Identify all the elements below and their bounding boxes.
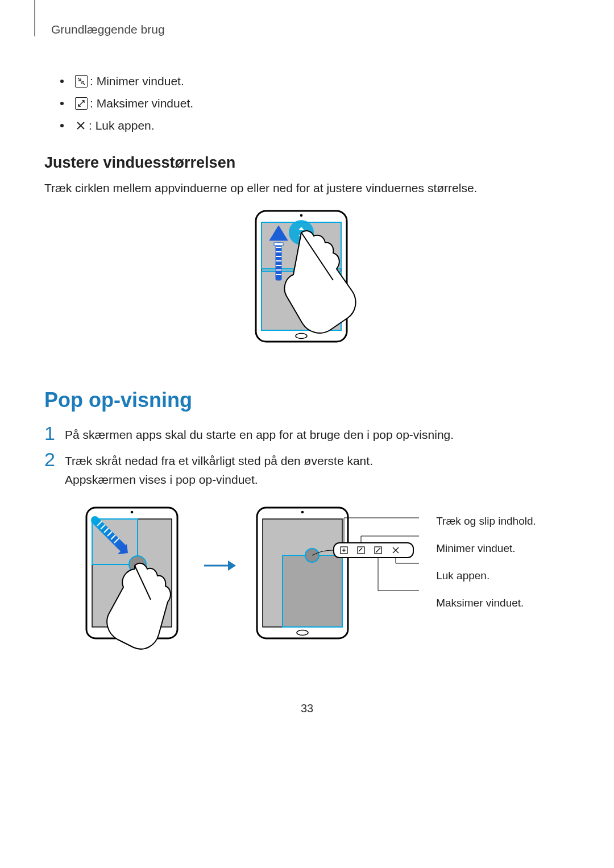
maximize-icon: [75, 97, 88, 110]
bullet-text: : Maksimer vinduet.: [90, 93, 193, 115]
adjust-size-paragraph: Træk cirklen mellem appvinduerne op elle…: [44, 180, 570, 196]
tablet-popup-result: [248, 503, 425, 651]
callout-drag-drop: Træk og slip indhold.: [436, 508, 536, 535]
heading-pop-up-view: Pop op-visning: [44, 388, 570, 412]
page-number: 33: [44, 702, 570, 715]
bullet-dot: [60, 124, 64, 127]
close-icon: [75, 120, 86, 131]
callout-labels: Træk og slip indhold. Minimer vinduet. L…: [436, 503, 536, 617]
callout-minimize: Minimer vinduet.: [436, 535, 536, 562]
side-rule: [34, 0, 35, 36]
svg-rect-35: [283, 555, 342, 627]
step-number: 1: [44, 423, 65, 445]
step-number: 2: [44, 450, 65, 489]
bullet-close: : Luk appen.: [60, 115, 570, 137]
bullet-text: : Luk appen.: [89, 115, 155, 137]
bullet-maximize: : Maksimer vinduet.: [60, 93, 570, 115]
svg-rect-9: [274, 243, 283, 246]
running-header: Grundlæggende brug: [44, 23, 570, 36]
minimize-icon: [75, 75, 88, 88]
step-1: 1 På skærmen apps skal du starte en app …: [44, 426, 570, 445]
bullet-minimize: : Minimer vinduet.: [60, 70, 570, 93]
bullet-text: : Minimer vinduet.: [90, 70, 184, 93]
arrow-right-icon: [203, 557, 237, 574]
figure-pop-up-view: Træk og slip indhold. Minimer vinduet. L…: [44, 503, 570, 668]
bullet-dot: [60, 102, 64, 105]
callout-close: Luk appen.: [436, 562, 536, 589]
step-text: På skærmen apps skal du starte en app fo…: [65, 426, 454, 445]
tablet-drag-gesture: [78, 503, 192, 668]
svg-point-19: [131, 510, 134, 513]
figure-resize-window: [44, 206, 570, 366]
callout-maximize: Maksimer vinduet.: [436, 589, 536, 617]
svg-point-2: [300, 214, 303, 217]
bullet-dot: [60, 80, 64, 83]
subheading-adjust-window-size: Justere vinduesstørrelsen: [44, 154, 570, 172]
svg-point-33: [301, 510, 304, 513]
icon-bullet-list: : Minimer vinduet. : Maksimer vinduet. :…: [44, 70, 570, 137]
step-text: Træk skråt nedad fra et vilkårligt sted …: [65, 452, 373, 489]
step-2: 2 Træk skråt nedad fra et vilkårligt ste…: [44, 452, 570, 489]
